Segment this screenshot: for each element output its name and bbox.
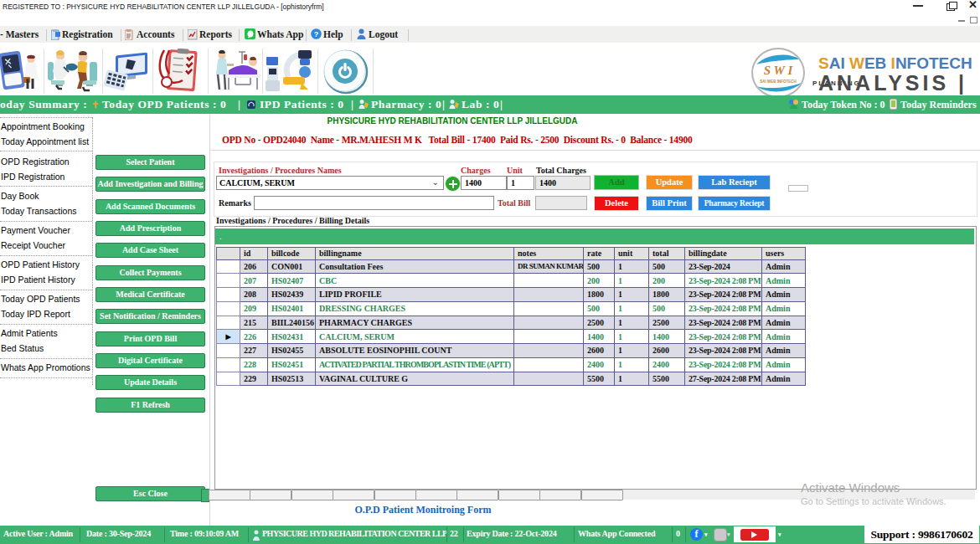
svg-text:S W I: S W I — [764, 64, 794, 77]
svg-text:?: ? — [314, 30, 319, 38]
svg-text:SAI WEB INFOTECH: SAI WEB INFOTECH — [760, 80, 797, 84]
